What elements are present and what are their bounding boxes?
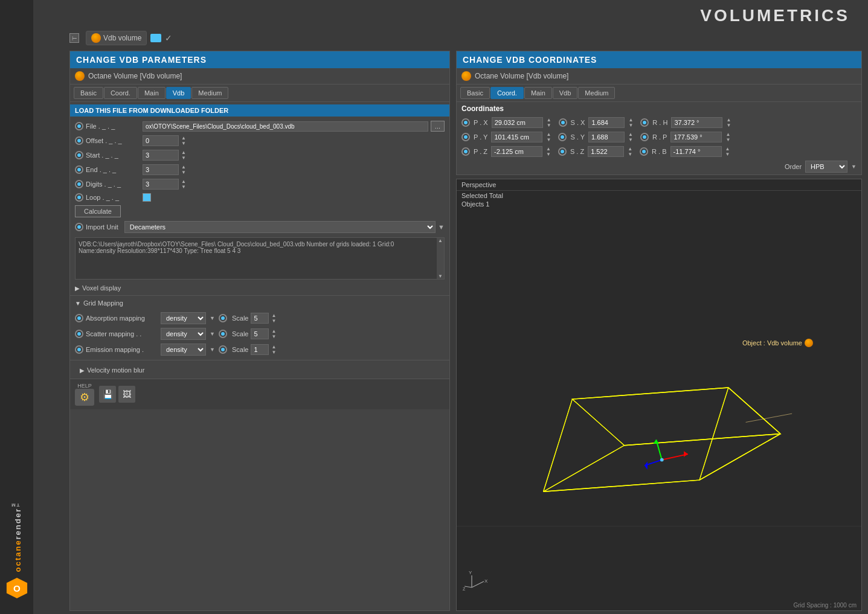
emission-scale-spinner[interactable]: ▲▼: [271, 344, 276, 355]
octane-sidebar: octanerenderTM O: [0, 0, 33, 614]
emission-select[interactable]: density: [161, 344, 206, 356]
import-unit-select[interactable]: Decameters: [124, 221, 436, 233]
emission-row: Emission mapping . density ▼ Scale ▲▼: [70, 342, 449, 357]
svg-line-10: [572, 388, 728, 399]
render-icon[interactable]: 🖼: [118, 386, 135, 403]
toolbar: ⊢ Vdb volume ✓: [33, 28, 868, 48]
svg-marker-19: [653, 440, 659, 444]
pz-radio[interactable]: [461, 147, 470, 156]
rp-input[interactable]: [670, 132, 722, 142]
offset-input[interactable]: [143, 135, 179, 146]
digits-input[interactable]: [143, 179, 179, 190]
offset-radio[interactable]: [75, 136, 83, 145]
order-dropdown-icon: ▼: [851, 164, 857, 170]
grid-mapping-toggle[interactable]: ▼ Grid Mapping: [70, 297, 449, 309]
save-icon[interactable]: 💾: [99, 386, 116, 403]
help-button[interactable]: HELP ⚙: [75, 383, 94, 406]
absorption-scale-radio[interactable]: [219, 314, 227, 322]
svg-line-23: [746, 414, 792, 422]
px-spinner[interactable]: ▲▼: [547, 117, 551, 128]
sx-input[interactable]: [588, 117, 625, 128]
py-radio[interactable]: [461, 133, 470, 141]
velocity-toggle[interactable]: ▶ Velocity motion blur: [75, 364, 445, 376]
sx-spinner[interactable]: ▲▼: [628, 117, 633, 128]
right-tab-basic[interactable]: Basic: [460, 87, 490, 99]
digits-spinner[interactable]: ▲▼: [181, 179, 186, 190]
digits-radio[interactable]: [75, 180, 83, 188]
calculate-button[interactable]: Calculate: [75, 205, 121, 217]
tab-main[interactable]: Main: [138, 87, 166, 99]
rb-spinner[interactable]: ▲▼: [725, 146, 730, 157]
voxel-display-toggle[interactable]: ▶ Voxel display: [70, 282, 449, 294]
content-area: CHANGE VDB PARAMETERS Octane Volume [Vdb…: [33, 48, 868, 614]
tab-basic[interactable]: Basic: [74, 87, 103, 99]
loop-checkbox[interactable]: [143, 193, 151, 202]
svg-marker-21: [645, 462, 648, 470]
right-tab-main[interactable]: Main: [524, 87, 552, 99]
checkmark-icon[interactable]: ✓: [165, 33, 172, 43]
start-input[interactable]: [143, 150, 179, 161]
rh-input[interactable]: [671, 117, 722, 128]
rb-radio[interactable]: [640, 147, 648, 156]
px-input[interactable]: [492, 117, 543, 128]
absorption-scale-input[interactable]: [251, 313, 269, 324]
browse-button[interactable]: ...: [431, 121, 445, 132]
absorption-scale-spinner[interactable]: ▲▼: [271, 313, 276, 324]
emission-scale-radio[interactable]: [219, 345, 227, 354]
end-input[interactable]: [143, 164, 179, 175]
svg-line-28: [465, 586, 472, 587]
scatter-select[interactable]: density: [161, 328, 206, 340]
absorption-radio[interactable]: [75, 314, 83, 322]
sx-radio[interactable]: [559, 118, 567, 127]
sz-input[interactable]: [588, 146, 624, 157]
start-spinner[interactable]: ▲▼: [181, 150, 186, 161]
start-radio[interactable]: [75, 151, 83, 159]
svg-line-14: [625, 434, 780, 446]
absorption-select[interactable]: density: [161, 312, 206, 324]
offset-spinner[interactable]: ▲▼: [181, 135, 186, 146]
px-radio[interactable]: [461, 118, 470, 127]
emission-scale-input[interactable]: [251, 344, 269, 355]
rh-radio[interactable]: [640, 118, 649, 127]
pz-input[interactable]: [491, 146, 542, 157]
left-panel-header: CHANGE VDB PARAMETERS: [70, 51, 449, 68]
end-radio[interactable]: [75, 165, 83, 174]
sy-input[interactable]: [588, 132, 625, 142]
right-tab-coord[interactable]: Coord.: [490, 87, 524, 99]
right-tab-vdb[interactable]: Vdb: [553, 87, 578, 99]
loop-row: Loop . _ . _: [70, 191, 449, 203]
sz-spinner[interactable]: ▲▼: [628, 146, 632, 157]
file-row: File . _ . _ ...: [70, 119, 449, 133]
svg-line-11: [728, 388, 780, 434]
emission-radio[interactable]: [75, 345, 83, 354]
sy-radio[interactable]: [558, 133, 567, 141]
loop-radio[interactable]: [75, 193, 83, 202]
py-spinner[interactable]: ▲▼: [546, 132, 551, 142]
file-radio[interactable]: [75, 122, 83, 130]
scatter-scale-input[interactable]: [251, 328, 269, 339]
scatter-scale-spinner[interactable]: ▲▼: [271, 328, 276, 339]
info-scrollbar[interactable]: ▲ ▼: [437, 238, 444, 279]
color-swatch[interactable]: [150, 34, 161, 42]
right-tab-medium[interactable]: Medium: [578, 87, 615, 99]
rh-spinner[interactable]: ▲▼: [726, 117, 731, 128]
node-label[interactable]: Vdb volume: [86, 31, 147, 45]
scatter-radio[interactable]: [75, 330, 83, 338]
file-input[interactable]: [143, 121, 428, 132]
tab-medium[interactable]: Medium: [191, 87, 228, 99]
scatter-scale-radio[interactable]: [219, 330, 227, 338]
end-spinner[interactable]: ▲▼: [181, 164, 186, 175]
pz-spinner[interactable]: ▲▼: [546, 146, 551, 157]
sy-spinner[interactable]: ▲▼: [628, 132, 633, 142]
tab-coord[interactable]: Coord.: [104, 87, 137, 99]
rb-input[interactable]: [670, 146, 722, 157]
import-radio[interactable]: [75, 223, 83, 231]
svg-text:Z: Z: [463, 587, 466, 591]
rp-radio[interactable]: [640, 133, 649, 141]
rp-spinner[interactable]: ▲▼: [725, 132, 730, 142]
order-select[interactable]: HPB: [805, 161, 847, 173]
tab-vdb[interactable]: Vdb: [166, 87, 191, 99]
py-input[interactable]: [491, 132, 542, 142]
sz-radio[interactable]: [558, 147, 567, 156]
offset-row: Offset . _ . _ ▲▼: [70, 133, 449, 148]
